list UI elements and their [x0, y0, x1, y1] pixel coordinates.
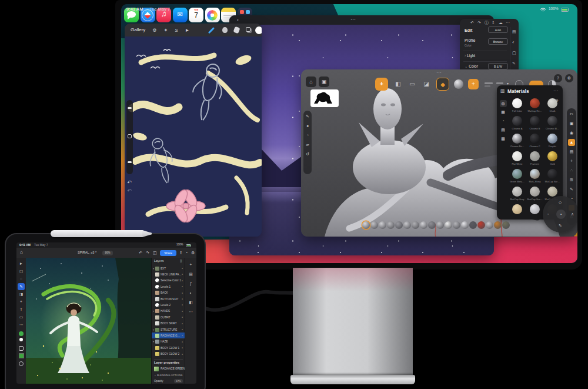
visibility-eye-icon[interactable]: ●	[182, 285, 183, 288]
panel-icon[interactable]: ▥	[500, 89, 505, 94]
plane-icon[interactable]: ▱	[304, 141, 311, 148]
sphere-icon[interactable]: ◍	[500, 100, 507, 107]
joystick-center[interactable]: ▪	[556, 210, 566, 219]
joystick-up-icon[interactable]: ◇	[559, 200, 562, 204]
color-swatch[interactable]	[255, 26, 262, 34]
timer-icon[interactable]: ◔	[304, 132, 311, 139]
add-button[interactable]: +	[468, 79, 479, 89]
brush-thumbnail[interactable]	[362, 221, 370, 229]
bw-button[interactable]: B & W	[488, 63, 508, 69]
layer-row[interactable]: BACK●	[152, 290, 185, 296]
layers-icon[interactable]: ▤	[188, 271, 195, 278]
smooth-tool-icon[interactable]: ◪	[420, 78, 433, 91]
undo-icon[interactable]: ↶	[127, 180, 132, 185]
visibility-eye-icon[interactable]: ●	[182, 298, 183, 300]
brush-tool-icon[interactable]: ✎	[18, 283, 25, 290]
layer-row[interactable]: BODY GLOW 1●	[152, 345, 185, 351]
paint-icon[interactable]: ✎	[568, 186, 575, 193]
clay-tool-icon[interactable]: ◧	[392, 78, 405, 91]
light-section[interactable]: › Light	[465, 54, 475, 58]
material-swatch[interactable]: Chrome C	[526, 134, 543, 148]
expand-icon[interactable]: ⊞	[568, 177, 575, 184]
window-drag-handle[interactable]: ⋯	[350, 17, 356, 22]
help-button[interactable]: ?	[554, 74, 562, 82]
zoom-level-badge[interactable]: 86%	[102, 251, 113, 255]
swap-colors-icon[interactable]	[19, 346, 24, 351]
share-icon[interactable]: ↥	[492, 21, 495, 25]
material-swatch[interactable]: MatCap Sor…	[544, 169, 561, 183]
fx-icon[interactable]: ƒ	[188, 280, 195, 287]
actions-wrench-icon[interactable]: ⚙	[152, 28, 156, 33]
more-tool-icon[interactable]: ⋯	[18, 321, 25, 328]
brush-thumbnail[interactable]	[461, 221, 469, 229]
brush-thumbnail[interactable]	[436, 221, 444, 229]
material-swatch[interactable]: Chrome A	[509, 116, 526, 130]
eraser-icon[interactable]	[233, 26, 240, 34]
procreate-canvas[interactable]	[125, 36, 262, 237]
flatten-tool-icon[interactable]: ▭	[406, 78, 419, 91]
material-swatch[interactable]: Flat White	[509, 151, 526, 165]
add-icon[interactable]: +	[568, 158, 575, 165]
trash-icon[interactable]: ▯	[180, 259, 182, 262]
brush-thumbnail[interactable]	[395, 221, 403, 229]
redo-icon[interactable]: ↷	[146, 251, 149, 255]
more-icon[interactable]: ⋯	[553, 89, 558, 94]
visibility-eye-icon[interactable]: ●	[182, 347, 183, 349]
procreate-sidebar[interactable]	[126, 100, 133, 174]
layer-row[interactable]: ▾HANDS●	[152, 308, 185, 314]
joystick-down-icon[interactable]: ✎	[559, 224, 562, 228]
symmetry-icon[interactable]: ◉	[568, 129, 575, 137]
brush-thumbnail[interactable]	[494, 221, 502, 229]
color-square[interactable]	[19, 353, 24, 358]
layer-row[interactable]: ▾HAZE●	[152, 339, 185, 345]
scissors-icon[interactable]: ✂	[568, 111, 575, 118]
visibility-eye-icon[interactable]: ●	[182, 304, 183, 306]
texture-icon[interactable]: ▩	[500, 135, 507, 142]
auto-button[interactable]: Auto	[488, 26, 508, 33]
comment-icon[interactable]: ◧	[188, 299, 195, 306]
background-color-chip[interactable]	[19, 338, 23, 341]
brush-thumbnail[interactable]	[477, 221, 485, 229]
lasso-tool-icon[interactable]: ◌	[18, 275, 25, 282]
heal-tool-icon[interactable]: +	[18, 298, 25, 305]
geometry-icon[interactable]: ▢	[512, 51, 516, 55]
gallery-button[interactable]: Gallery	[131, 28, 145, 32]
layer-row[interactable]: BUTTON SUIT●	[152, 296, 185, 302]
brush-thumbnail[interactable]	[379, 221, 386, 229]
adjustments-wand-icon[interactable]: ✶	[164, 28, 168, 33]
export-icon[interactable]: ▣	[319, 77, 329, 87]
material-swatch[interactable]: Matt_Shiny	[526, 169, 543, 183]
layer-row[interactable]: ▾STRUCTURE●	[152, 327, 185, 333]
layer-row[interactable]: ▾EXT●	[152, 265, 185, 271]
material-swatch[interactable]	[509, 204, 526, 215]
visibility-eye-icon[interactable]: ●	[182, 267, 183, 270]
visibility-eye-icon[interactable]: ●	[182, 273, 183, 275]
brush-thumbnail[interactable]	[502, 221, 510, 229]
brush-thumbnail[interactable]	[387, 221, 395, 229]
layer-row[interactable]: Selective Color 1●	[152, 278, 185, 284]
undo-icon[interactable]: ↶	[470, 21, 474, 25]
marquee-tool-icon[interactable]: ▢	[18, 268, 25, 275]
layer-row[interactable]: NECK LINE PATCH●	[152, 271, 185, 277]
opacity-value[interactable]: 67%	[174, 379, 183, 383]
settings-gear-icon[interactable]: ⚙	[191, 251, 195, 255]
mask-icon[interactable]: ◐	[188, 290, 195, 297]
grid-icon[interactable]: ▦	[500, 109, 507, 116]
browse-button[interactable]: Browse	[488, 38, 508, 45]
redo-icon[interactable]: ↷	[477, 21, 481, 25]
pen-icon[interactable]: ✎	[304, 113, 311, 120]
material-swatch[interactable]: Green Meta…	[509, 169, 526, 183]
move-tool-icon[interactable]: ►	[18, 260, 25, 267]
material-swatch[interactable]: MatCap Gray	[509, 187, 526, 201]
navigation-joystick[interactable]: ◇ ◦ ∧ ✎ ▪	[543, 196, 577, 232]
material-swatch[interactable]: Chrome B	[526, 116, 543, 130]
back-chevron-icon[interactable]: ‹	[237, 18, 239, 23]
material-swatch[interactable]: MatCap Re…	[526, 98, 543, 112]
recent-icon[interactable]: ◔	[500, 118, 507, 125]
matcap-sphere-icon[interactable]	[454, 79, 463, 89]
material-icon[interactable]: ▲	[568, 139, 575, 146]
material-swatch[interactable]: Chalk	[544, 98, 561, 112]
material-swatch[interactable]: Frament	[526, 151, 543, 165]
transform-arrow-icon[interactable]: ►	[185, 28, 190, 33]
ellipse-tool-icon[interactable]	[19, 361, 24, 366]
